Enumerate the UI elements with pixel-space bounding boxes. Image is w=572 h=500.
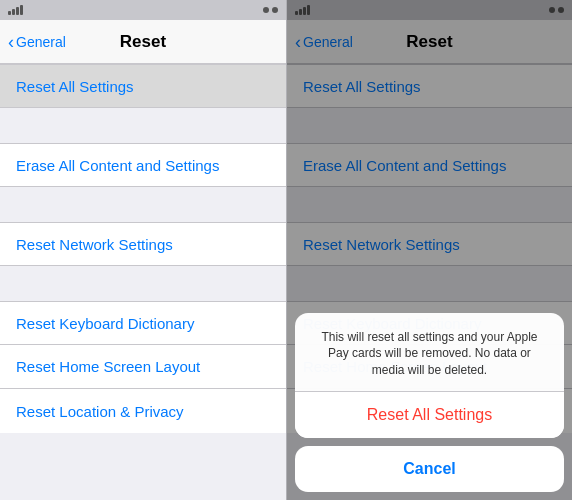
back-button-left[interactable]: ‹ General: [8, 33, 66, 51]
alert-message: This will reset all settings and your Ap…: [295, 313, 564, 391]
chevron-left-icon: ‹: [8, 33, 14, 51]
battery-icon: [272, 7, 278, 13]
alert-container: This will reset all settings and your Ap…: [287, 305, 572, 500]
reset-all-settings-button[interactable]: Reset All Settings: [295, 392, 564, 438]
right-panel: ‹ General Reset Reset All Settings Erase…: [286, 0, 572, 500]
item-label: Reset Network Settings: [16, 236, 173, 253]
list-item[interactable]: Reset Location & Privacy: [0, 389, 286, 433]
cancel-button[interactable]: Cancel: [295, 446, 564, 492]
alert-box: This will reset all settings and your Ap…: [295, 313, 564, 438]
alert-cancel-box: Cancel: [295, 446, 564, 492]
list-item[interactable]: Reset All Settings: [0, 64, 286, 108]
nav-title-left: Reset: [120, 32, 166, 52]
left-panel: ‹ General Reset Reset All Settings Erase…: [0, 0, 286, 500]
item-label: Reset Location & Privacy: [16, 403, 184, 420]
list-item[interactable]: Reset Keyboard Dictionary: [0, 301, 286, 345]
section-gap: [0, 266, 286, 301]
section-2-left: Erase All Content and Settings: [0, 143, 286, 187]
wifi-icon: [263, 7, 269, 13]
list-item[interactable]: Erase All Content and Settings: [0, 143, 286, 187]
section-4-left: Reset Keyboard Dictionary Reset Home Scr…: [0, 301, 286, 433]
item-label: Reset Keyboard Dictionary: [16, 315, 194, 332]
nav-bar-left: ‹ General Reset: [0, 20, 286, 64]
section-gap: [0, 187, 286, 222]
list-item[interactable]: Reset Home Screen Layout: [0, 345, 286, 389]
item-label: Erase All Content and Settings: [16, 157, 219, 174]
section-3-left: Reset Network Settings: [0, 222, 286, 266]
list-item[interactable]: Reset Network Settings: [0, 222, 286, 266]
status-bar-left: [0, 0, 286, 20]
section-1-left: Reset All Settings: [0, 64, 286, 108]
signal-icon: [8, 5, 23, 15]
back-label-left: General: [16, 34, 66, 50]
item-label: Reset Home Screen Layout: [16, 358, 200, 375]
settings-list-left: Reset All Settings Erase All Content and…: [0, 64, 286, 500]
section-gap: [0, 108, 286, 143]
item-label: Reset All Settings: [16, 78, 134, 95]
